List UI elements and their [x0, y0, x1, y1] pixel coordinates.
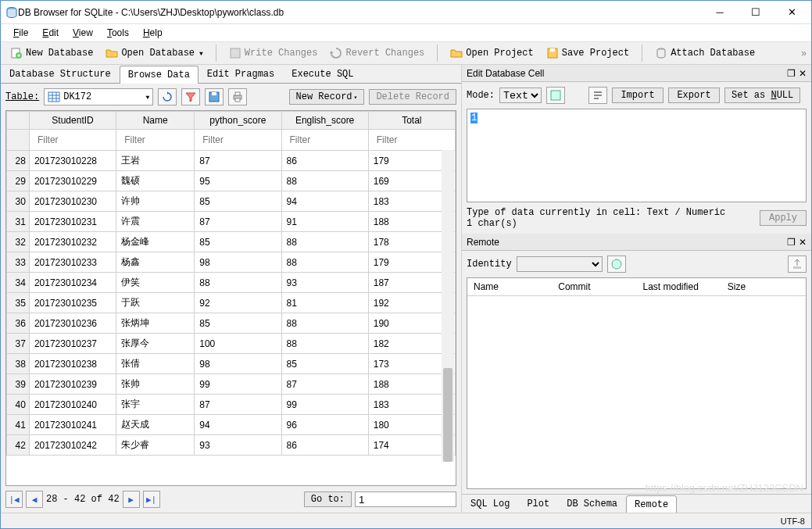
table-row[interactable]: 30201723010230许帅8594183: [7, 191, 456, 212]
nav-first-button[interactable]: |◀: [5, 491, 23, 508]
column-header[interactable]: StudentID: [29, 112, 116, 130]
table-row[interactable]: 40201723010240张宇8799183: [7, 395, 456, 415]
menu-edit[interactable]: Edit: [36, 26, 65, 40]
apply-button[interactable]: Apply: [760, 210, 807, 226]
identity-select[interactable]: [517, 256, 603, 272]
column-header[interactable]: Total: [368, 112, 455, 130]
svg-rect-7: [48, 92, 59, 102]
open-project-button[interactable]: Open Project: [445, 45, 538, 61]
text-align-button[interactable]: [588, 87, 607, 104]
delete-record-button[interactable]: Delete Record: [369, 89, 456, 105]
table-row[interactable]: 35201723010235于跃9281192: [7, 293, 456, 313]
set-null-button[interactable]: Set as NULL: [724, 88, 800, 103]
save-project-button[interactable]: Save Project: [542, 45, 634, 61]
column-header[interactable]: English_score: [281, 112, 368, 130]
filter-input[interactable]: [287, 133, 363, 147]
filter-input[interactable]: [34, 133, 111, 147]
export-button[interactable]: Export: [668, 88, 720, 103]
filter-input[interactable]: [199, 133, 276, 147]
nav-prev-button[interactable]: ◀: [26, 491, 43, 508]
svg-rect-13: [551, 91, 560, 100]
menu-view[interactable]: View: [66, 26, 99, 40]
refresh-button[interactable]: [158, 88, 177, 105]
menu-help[interactable]: Help: [137, 26, 169, 40]
table-row[interactable]: 28201723010228王岩8786179: [7, 151, 456, 171]
remote-col-name[interactable]: Name: [467, 278, 552, 295]
tab-edit-pragmas[interactable]: Edit Pragmas: [199, 65, 283, 83]
clear-filters-button[interactable]: [181, 88, 200, 105]
import-button[interactable]: Import: [612, 88, 664, 103]
close-panel-icon[interactable]: ✕: [799, 68, 807, 79]
vertical-scrollbar[interactable]: [442, 150, 454, 462]
nav-last-button[interactable]: ▶|: [143, 491, 160, 508]
new-record-button[interactable]: New Record▾: [289, 89, 365, 105]
goto-input[interactable]: [355, 491, 456, 507]
close-button[interactable]: ✕: [777, 3, 807, 22]
cell-editor[interactable]: 1: [467, 109, 807, 202]
tab-remote[interactable]: Remote: [626, 495, 677, 513]
remote-col-modified[interactable]: Last modified: [637, 278, 721, 295]
table-row[interactable]: 41201723010241赵天成9496180: [7, 415, 456, 435]
maximize-button[interactable]: ☐: [741, 3, 771, 22]
tab-browse-data[interactable]: Browse Data: [120, 66, 199, 84]
tab-sql-log[interactable]: SQL Log: [462, 495, 518, 513]
open-editor-button[interactable]: [546, 87, 565, 104]
save-table-button[interactable]: [205, 88, 224, 105]
window-title: DB Browser for SQLite - C:\Users\ZHJ\Des…: [18, 7, 705, 18]
remote-col-commit[interactable]: Commit: [552, 278, 636, 295]
undock-icon[interactable]: ❐: [787, 237, 796, 248]
identity-add-button[interactable]: [607, 256, 626, 273]
nav-next-button[interactable]: ▶: [123, 491, 140, 508]
toolbar-overflow-icon[interactable]: »: [801, 48, 807, 59]
write-changes-button[interactable]: Write Changes: [224, 45, 323, 61]
chevron-down-icon: ▼: [145, 94, 149, 101]
svg-rect-11: [235, 92, 240, 95]
table-select[interactable]: DK172 ▼: [44, 88, 153, 105]
undock-icon[interactable]: ❐: [787, 68, 796, 79]
filter-input[interactable]: [374, 133, 450, 147]
table-row[interactable]: 32201723010232杨金峰8588178: [7, 232, 456, 252]
revert-changes-button[interactable]: Revert Changes: [325, 45, 429, 61]
table-row[interactable]: 38201723010238张倩9885173: [7, 354, 456, 374]
data-grid[interactable]: StudentIDNamepython_scoreEnglish_scoreTo…: [5, 110, 456, 486]
minimize-button[interactable]: ─: [705, 3, 735, 22]
table-row[interactable]: 31201723010231许震8791188: [7, 212, 456, 232]
remote-push-button[interactable]: [788, 256, 807, 273]
titlebar: DB Browser for SQLite - C:\Users\ZHJ\Des…: [1, 1, 811, 24]
column-header[interactable]: python_score: [195, 112, 281, 130]
new-database-button[interactable]: New Database: [5, 45, 98, 61]
svg-point-14: [612, 259, 621, 269]
table-row[interactable]: 42201723010242朱少睿9386174: [7, 435, 456, 456]
close-panel-icon[interactable]: ✕: [799, 237, 807, 248]
tab-db-structure[interactable]: Database Structure: [1, 65, 120, 83]
menu-file[interactable]: File: [7, 26, 34, 40]
remote-table[interactable]: Name Commit Last modified Size: [467, 277, 807, 489]
table-row[interactable]: 36201723010236张炳坤8588190: [7, 313, 456, 334]
tab-execute-sql[interactable]: Execute SQL: [283, 65, 362, 83]
table-row[interactable]: 39201723010239张帅9987188: [7, 374, 456, 395]
main-tabs: Database Structure Browse Data Edit Prag…: [1, 65, 461, 84]
table-row[interactable]: 33201723010233杨鑫9888179: [7, 252, 456, 273]
menubar: File Edit View Tools Help: [1, 24, 811, 41]
print-button[interactable]: [228, 88, 247, 105]
remote-col-size[interactable]: Size: [721, 278, 806, 295]
table-row[interactable]: 34201723010234伊笑8893187: [7, 273, 456, 293]
svg-rect-9: [212, 92, 216, 95]
column-header[interactable]: Name: [116, 112, 195, 130]
tab-plot[interactable]: Plot: [518, 495, 558, 513]
encoding-status: UTF-8: [781, 516, 805, 526]
svg-rect-15: [793, 266, 801, 269]
svg-rect-12: [235, 98, 240, 102]
filter-input[interactable]: [121, 133, 189, 147]
svg-rect-3: [231, 48, 240, 58]
goto-button[interactable]: Go to:: [304, 491, 352, 507]
mode-select[interactable]: Text: [499, 88, 542, 103]
main-toolbar: New Database Open Database▼ Write Change…: [1, 41, 811, 65]
attach-database-button[interactable]: Attach Database: [650, 45, 760, 61]
table-row[interactable]: 29201723010229魏硕9588169: [7, 171, 456, 191]
tab-db-schema[interactable]: DB Schema: [558, 495, 626, 513]
open-database-button[interactable]: Open Database▼: [101, 45, 207, 61]
menu-tools[interactable]: Tools: [101, 26, 135, 40]
cell-char-count: 1 char(s): [467, 218, 725, 229]
table-row[interactable]: 37201723010237张厚今10088182: [7, 334, 456, 354]
